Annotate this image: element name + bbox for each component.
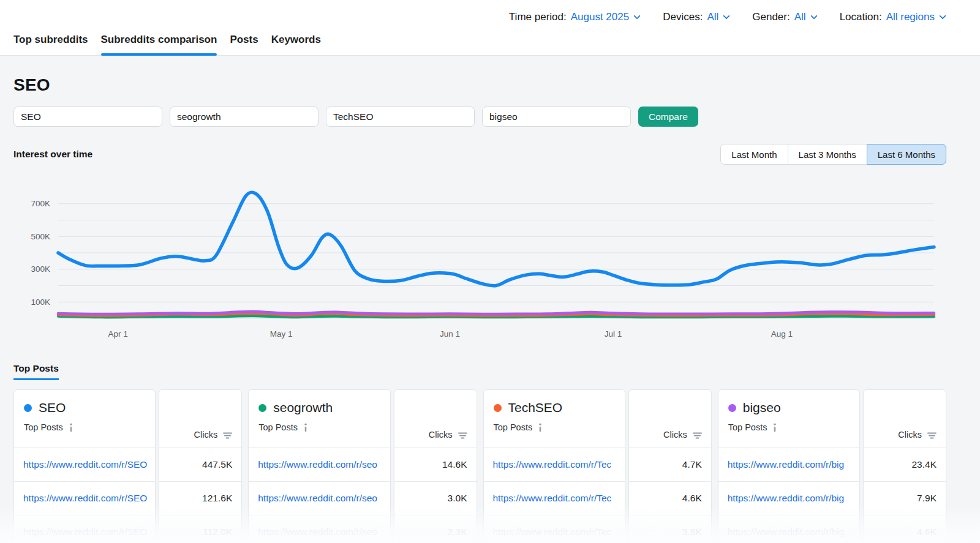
table-row: https://www.reddit.com/r/seo — [249, 481, 390, 515]
clicks-value: 14.6K — [394, 448, 477, 481]
clicks-value: 4.6K — [864, 515, 946, 543]
clicks-value: 7.9K — [864, 481, 946, 515]
chart-header: Interest over time Last Month Last 3 Mon… — [13, 144, 946, 165]
svg-text:May 1: May 1 — [270, 329, 293, 339]
devices-filter[interactable]: Devices: All — [663, 11, 729, 23]
top-posts-section-tab[interactable]: Top Posts — [13, 363, 59, 380]
post-url-link[interactable]: https://www.reddit.com/r/big — [728, 459, 844, 470]
interest-over-time-chart: 100K300K500K700KApr 1May 1Jun 1Jul 1Aug … — [13, 179, 946, 348]
table-row: https://www.reddit.com/r/big — [718, 448, 859, 481]
sort-icon[interactable] — [458, 432, 468, 440]
post-url-link[interactable]: https://www.reddit.com/r/big — [728, 493, 844, 504]
subreddit-input-2[interactable] — [170, 107, 318, 127]
clicks-value: 4.7K — [629, 448, 711, 481]
table-row: https://www.reddit.com/r/SEO — [14, 448, 155, 481]
post-url-link[interactable]: https://www.reddit.com/r/seo — [258, 459, 377, 470]
subreddit-input-3[interactable] — [326, 107, 475, 127]
chevron-down-icon — [810, 12, 817, 19]
top-posts-card-seo: SEO Top Posts https://www.reddit.com/r/S… — [13, 389, 242, 543]
post-url-link[interactable]: https://www.reddit.com/r/Tec — [493, 459, 612, 470]
last-3-months-button[interactable]: Last 3 Months — [788, 144, 867, 165]
tab-top-subreddits[interactable]: Top subreddits — [13, 34, 88, 55]
devices-value: All — [707, 11, 718, 23]
tab-subreddits-comparison[interactable]: Subreddits comparison — [101, 34, 217, 55]
top-posts-column-header: Top Posts — [258, 422, 298, 432]
post-url-link[interactable]: https://www.reddit.com/r/SEO — [23, 526, 147, 537]
compare-input-row: Compare — [13, 107, 960, 127]
post-url-link[interactable]: https://www.reddit.com/r/seo — [258, 526, 377, 537]
tab-keywords[interactable]: Keywords — [271, 34, 321, 55]
top-posts-card-seogrowth: seogrowth Top Posts https://www.reddit.c… — [248, 389, 477, 543]
table-row: https://www.reddit.com/r/seo — [249, 448, 390, 481]
svg-text:100K: 100K — [31, 298, 50, 307]
clicks-value: 447.5K — [159, 448, 241, 481]
sort-icon[interactable] — [222, 432, 233, 440]
post-url-link[interactable]: https://www.reddit.com/r/Tec — [493, 526, 612, 537]
clicks-value: 112.0K — [159, 515, 241, 543]
gender-value: All — [794, 11, 806, 23]
clicks-column-header[interactable]: Clicks — [898, 430, 922, 440]
gender-label: Gender: — [752, 11, 790, 23]
info-icon[interactable] — [303, 423, 308, 432]
page-title: SEO — [13, 75, 960, 95]
top-posts-cards: SEO Top Posts https://www.reddit.com/r/S… — [13, 389, 946, 543]
table-row: https://www.reddit.com/r/big — [718, 515, 859, 543]
info-icon[interactable] — [69, 423, 74, 432]
sort-icon[interactable] — [692, 432, 703, 440]
subreddit-input-4[interactable] — [482, 107, 631, 127]
clicks-column-header[interactable]: Clicks — [429, 430, 453, 440]
clicks-value: 23.4K — [864, 448, 946, 481]
series-color-dot — [728, 404, 736, 412]
svg-text:Aug 1: Aug 1 — [771, 329, 793, 339]
info-icon[interactable] — [772, 423, 777, 432]
devices-label: Devices: — [663, 11, 703, 23]
time-period-filter[interactable]: Time period: August 2025 — [509, 11, 639, 23]
top-posts-column-header: Top Posts — [24, 422, 63, 432]
card-subreddit-name: bigseo — [743, 400, 781, 415]
clicks-column-header[interactable]: Clicks — [194, 430, 218, 440]
table-row: https://www.reddit.com/r/Tec — [484, 481, 625, 515]
tab-posts[interactable]: Posts — [230, 34, 258, 55]
post-url-link[interactable]: https://www.reddit.com/r/seo — [258, 493, 377, 504]
clicks-column-header[interactable]: Clicks — [663, 430, 687, 440]
card-subreddit-name: SEO — [39, 400, 66, 415]
clicks-value: 2.3K — [394, 515, 477, 543]
svg-text:Apr 1: Apr 1 — [108, 329, 128, 339]
sort-icon[interactable] — [927, 432, 937, 440]
gender-filter[interactable]: Gender: All — [752, 11, 816, 23]
time-period-label: Time period: — [509, 11, 567, 23]
post-url-link[interactable]: https://www.reddit.com/r/Tec — [493, 493, 612, 504]
clicks-value: 121.6K — [159, 481, 241, 515]
post-url-link[interactable]: https://www.reddit.com/r/SEO — [23, 459, 147, 470]
subreddit-input-1[interactable] — [13, 107, 162, 127]
main-content: SEO Compare Interest over time Last Mont… — [0, 75, 960, 543]
table-row: https://www.reddit.com/r/Tec — [484, 448, 625, 481]
svg-text:Jul 1: Jul 1 — [605, 329, 622, 339]
top-filter-bar: Time period: August 2025 Devices: All Ge… — [0, 0, 980, 34]
top-posts-card-techseo: TechSEO Top Posts https://www.reddit.com… — [483, 389, 712, 543]
info-icon[interactable] — [538, 423, 543, 432]
table-row: https://www.reddit.com/r/seo — [249, 515, 390, 543]
chevron-down-icon — [939, 12, 946, 19]
top-posts-card-bigseo: bigseo Top Posts https://www.reddit.com/… — [718, 389, 946, 543]
post-url-link[interactable]: https://www.reddit.com/r/SEO — [23, 493, 147, 504]
clicks-value: 3.8K — [629, 515, 711, 543]
svg-text:500K: 500K — [31, 232, 50, 241]
series-color-dot — [24, 404, 32, 412]
post-url-link[interactable]: https://www.reddit.com/r/big — [728, 526, 844, 537]
location-value: All regions — [886, 11, 935, 23]
table-row: https://www.reddit.com/r/SEO — [14, 481, 155, 515]
card-subreddit-name: seogrowth — [273, 400, 333, 415]
last-6-months-button[interactable]: Last 6 Months — [867, 144, 946, 165]
card-subreddit-name: TechSEO — [508, 400, 563, 415]
main-tabs: Top subreddits Subreddits comparison Pos… — [0, 34, 980, 56]
clicks-value: 3.0K — [394, 481, 477, 515]
compare-button[interactable]: Compare — [638, 107, 698, 127]
svg-text:Jun 1: Jun 1 — [440, 329, 460, 339]
series-color-dot — [494, 404, 502, 412]
last-month-button[interactable]: Last Month — [720, 144, 788, 165]
svg-text:300K: 300K — [31, 264, 50, 274]
location-filter[interactable]: Location: All regions — [840, 11, 945, 23]
svg-text:700K: 700K — [31, 199, 50, 208]
top-posts-column-header: Top Posts — [728, 422, 767, 432]
